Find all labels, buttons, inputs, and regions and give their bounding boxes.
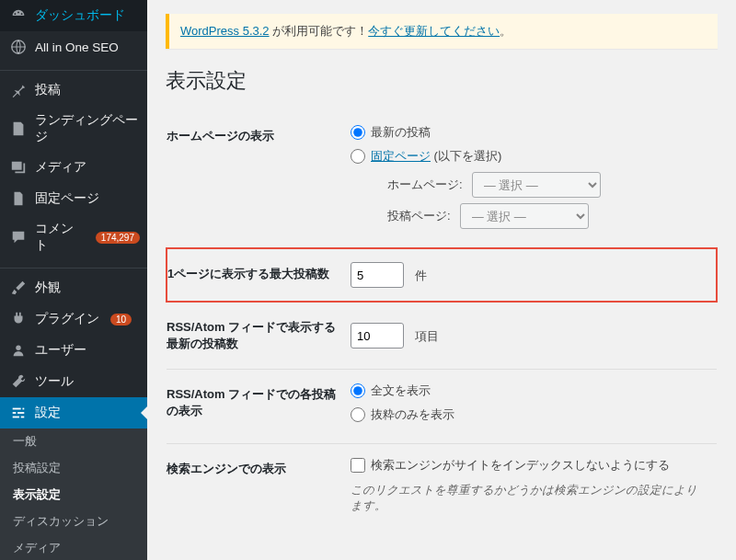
media-icon [9,158,28,177]
radio-label: 抜粋のみを表示 [371,406,454,423]
search-engine-checkbox[interactable] [351,458,365,473]
sidebar-item-label: プラグイン [35,311,99,327]
rss-excerpt-option[interactable]: 抜粋のみを表示 [351,406,707,423]
radio-label: 最新の投稿 [371,124,431,141]
sidebar-item-label: 固定ページ [35,190,99,207]
submenu-general[interactable]: 一般 [0,429,147,455]
radio-label-suffix: (以下を選択) [431,149,501,163]
rss-excerpt-radio[interactable] [351,407,365,422]
posts-per-page-input[interactable] [351,262,404,288]
settings-submenu: 一般 投稿設定 表示設定 ディスカッション メディア パーマリンク設定 プライバ… [0,429,147,560]
main-content: WordPress 5.3.2 が利用可能です！今すぐ更新してください。 表示設… [147,0,736,560]
homepage-static-radio[interactable] [351,149,365,164]
sidebar-item-pages[interactable]: 固定ページ [0,183,147,214]
plugin-icon [9,310,28,328]
sidebar-separator [0,66,147,71]
page-icon [9,189,28,208]
update-notice: WordPress 5.3.2 が利用可能です！今すぐ更新してください。 [166,14,718,49]
svg-rect-5 [17,412,24,414]
sidebar-item-label: 外観 [35,280,61,296]
wp-version-link[interactable]: WordPress 5.3.2 [180,24,270,38]
rss-display-radio-group: 全文を表示 抜粋のみを表示 [351,383,707,423]
search-engine-label: 検索エンジンでの表示 [167,444,351,528]
comments-badge: 174,297 [96,232,140,244]
user-icon [9,341,28,360]
rss-count-suffix: 項目 [415,329,439,343]
sidebar-item-comments[interactable]: コメント 174,297 [0,214,147,260]
sidebar-item-users[interactable]: ユーザー [0,335,147,366]
homepage-select-row: ホームページ: — 選択 — [387,172,707,198]
sidebar-item-label: ユーザー [35,342,86,359]
tool-icon [9,372,28,391]
dashboard-icon [9,6,28,25]
posts-per-page-suffix: 件 [415,269,427,282]
update-now-link[interactable]: 今すぐ更新してください [368,24,500,38]
sidebar-item-landing[interactable]: ランディングページ [0,106,147,152]
sidebar-item-label: All in One SEO [35,40,119,54]
submenu-writing[interactable]: 投稿設定 [0,455,147,482]
homepage-latest-radio[interactable] [351,125,365,140]
svg-point-1 [16,346,20,350]
sidebar-item-label: 投稿 [35,82,61,98]
brush-icon [9,279,28,297]
homepage-radio-group: 最新の投稿 固定ページ (以下を選択) [351,124,707,165]
sidebar-item-seo[interactable]: All in One SEO [0,31,147,63]
svg-rect-6 [13,417,19,418]
rss-display-label: RSS/Atom フィードでの各投稿の表示 [167,370,351,444]
admin-sidebar: ダッシュボード All in One SEO 投稿 ランディングページ メディア… [0,0,147,560]
svg-rect-4 [13,412,17,414]
sidebar-item-label: コメント [35,221,85,254]
submenu-media[interactable]: メディア [0,535,147,560]
rss-full-radio[interactable] [351,383,365,398]
svg-rect-3 [23,408,25,410]
homepage-static-option[interactable]: 固定ページ (以下を選択) [351,148,707,165]
sidebar-item-label: ツール [35,373,74,390]
notice-text: が利用可能です！ [270,24,369,38]
homepage-select-label: ホームページ: [387,177,463,193]
svg-rect-7 [21,417,25,418]
sidebar-item-label: 設定 [35,405,61,421]
radio-label: 全文を表示 [371,383,431,399]
checkbox-label: 検索エンジンがサイトをインデックスしないようにする [371,457,670,474]
sidebar-item-posts[interactable]: 投稿 [0,74,147,106]
submenu-discussion[interactable]: ディスカッション [0,509,147,535]
static-page-link[interactable]: 固定ページ [371,149,431,163]
sidebar-item-dashboard[interactable]: ダッシュボード [0,0,147,31]
page-icon [9,120,28,138]
sidebar-item-label: メディア [35,159,86,176]
sidebar-item-label: ダッシュボード [35,7,125,24]
posts-per-page-label: 1ページに表示する最大投稿数 [167,248,351,302]
sidebar-item-tools[interactable]: ツール [0,366,147,397]
rss-full-option[interactable]: 全文を表示 [351,383,707,399]
search-engine-checkbox-label[interactable]: 検索エンジンがサイトをインデックスしないようにする [351,457,670,474]
posts-page-select-row: 投稿ページ: — 選択 — [387,203,707,229]
svg-rect-2 [13,408,21,410]
homepage-latest-option[interactable]: 最新の投稿 [351,124,707,141]
sidebar-item-media[interactable]: メディア [0,152,147,183]
plugins-badge: 10 [110,314,132,326]
comment-icon [9,228,28,246]
sidebar-item-appearance[interactable]: 外観 [0,272,147,303]
homepage-select[interactable]: — 選択 — [472,172,601,198]
search-engine-desc: このリクエストを尊重するかどうかは検索エンジンの設定によります。 [351,483,707,514]
submenu-reading[interactable]: 表示設定 [0,482,147,509]
homepage-display-label: ホームページの表示 [167,111,351,248]
posts-page-select[interactable]: — 選択 — [460,203,589,229]
globe-icon [9,38,28,56]
posts-page-select-label: 投稿ページ: [387,208,451,224]
rss-count-label: RSS/Atom フィードで表示する最新の投稿数 [167,302,351,370]
settings-icon [9,404,28,422]
sidebar-item-plugins[interactable]: プラグイン 10 [0,303,147,335]
sidebar-item-label: ランディングページ [35,112,140,145]
rss-count-input[interactable] [351,323,404,349]
pin-icon [9,81,28,99]
settings-form: ホームページの表示 最新の投稿 固定ページ (以下を選択) ホームページ: — … [166,111,718,527]
sidebar-separator [0,264,147,269]
sidebar-item-settings[interactable]: 設定 [0,397,147,429]
page-title: 表示設定 [166,67,718,95]
notice-text: 。 [500,24,512,38]
